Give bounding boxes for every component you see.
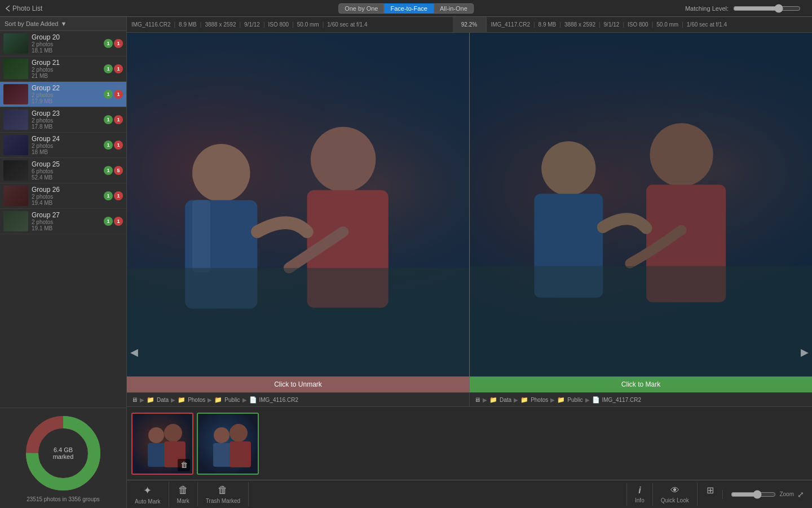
right-path-data: Data <box>500 397 511 403</box>
sort-label: Sort by Date Added <box>5 20 58 27</box>
left-size: 8.9 MB <box>179 21 197 28</box>
group-name-g21: Group 21 <box>32 59 100 67</box>
mark-icon: 🗑 <box>178 484 188 496</box>
matching-level-slider[interactable] <box>733 4 801 13</box>
right-iso: ISO 800 <box>628 21 648 28</box>
left-folder2-icon: 📁 <box>178 396 186 404</box>
group-item-g21[interactable]: Group 21 2 photos 21 MB 1 1 <box>0 56 126 82</box>
back-label: Photo List <box>12 5 42 12</box>
left-iso: ISO 800 <box>268 21 289 28</box>
mark-button[interactable]: 🗑 Mark <box>169 482 198 506</box>
view-mode-selector: One by One Face-to-Face All-in-One <box>338 3 474 14</box>
left-arrow-indicator: ◀ <box>130 346 138 358</box>
grid-view-button[interactable]: ⊞ grid <box>697 483 723 506</box>
trash-marked-label: Trash Marked <box>206 498 240 504</box>
right-size: 8.9 MB <box>539 21 557 28</box>
group-item-g23[interactable]: Group 23 2 photos 17.8 MB 1 1 <box>0 107 126 133</box>
left-path-photos: Photos <box>188 397 205 403</box>
badge-green-g25: 1 <box>104 166 113 175</box>
badge-green-g24: 1 <box>104 141 113 150</box>
right-path-photos: Photos <box>531 397 548 403</box>
group-size-g26: 19.4 MB <box>32 200 100 206</box>
badge-green-g23: 1 <box>104 115 113 124</box>
left-compare-pane: ◀ Click to Unmark <box>127 33 469 392</box>
badge-red-g27: 1 <box>114 217 123 226</box>
right-date: 9/1/12 <box>604 21 620 28</box>
quick-look-label: Quick Look <box>661 497 689 503</box>
group-photos-g22: 2 photos <box>32 92 100 98</box>
bottom-toolbar: ✦ Auto Mark 🗑 Mark 🗑 Trash Marked i Info <box>127 480 812 508</box>
info-bar: IMG_4116.CR2 | 8.9 MB | 3888 x 2592 | 9/… <box>127 17 812 33</box>
group-photos-g25: 6 photos <box>32 168 100 174</box>
left-image-wrapper[interactable]: ◀ <box>127 33 469 376</box>
group-name-g27: Group 27 <box>32 211 100 219</box>
left-photo <box>127 33 469 376</box>
zoom-slider[interactable] <box>731 490 776 499</box>
back-button[interactable]: Photo List <box>0 5 48 12</box>
match-percentage: 92.2% <box>453 17 487 32</box>
right-file-icon: 📄 <box>592 396 600 404</box>
view-mode-face-to-face[interactable]: Face-to-Face <box>385 3 434 14</box>
right-path-public: Public <box>567 397 582 403</box>
group-name-g25: Group 25 <box>32 160 100 168</box>
badge-green-g21: 1 <box>104 64 113 73</box>
group-list: Group 20 2 photos 18.1 MB 1 1 Group 21 2… <box>0 31 126 408</box>
donut-label: 6.4 GB marked <box>53 446 74 460</box>
group-photos-g20: 2 photos <box>32 41 100 47</box>
left-path-data: Data <box>157 397 169 403</box>
group-item-g24[interactable]: Group 24 2 photos 18 MB 1 1 <box>0 133 126 158</box>
click-to-mark[interactable]: Click to Mark <box>470 376 812 392</box>
badge-red-g24: 1 <box>114 141 123 150</box>
quick-look-icon: 👁 <box>670 485 679 496</box>
group-thumb-g23 <box>3 110 28 130</box>
group-item-g27[interactable]: Group 27 2 photos 19.1 MB 1 1 <box>0 209 126 234</box>
badge-red-g23: 1 <box>114 115 123 124</box>
sidebar-bottom: 6.4 GB marked 23515 photos in 3356 group… <box>0 408 126 508</box>
view-mode-all-in-one[interactable]: All-in-One <box>434 3 474 14</box>
sort-bar[interactable]: Sort by Date Added ▼ <box>0 17 126 31</box>
group-photos-g21: 2 photos <box>32 67 100 73</box>
donut-chart: 6.4 GB marked <box>24 414 103 493</box>
svg-rect-21 <box>470 33 812 376</box>
click-to-unmark[interactable]: Click to Unmark <box>127 376 469 392</box>
right-filename: IMG_4117.CR2 <box>491 21 530 28</box>
filmstrip-thumb-1[interactable]: 🗑 <box>131 413 193 475</box>
compare-area: ◀ Click to Unmark <box>127 33 812 392</box>
view-mode-one-by-one[interactable]: One by One <box>338 3 384 14</box>
right-photo <box>470 33 812 376</box>
right-path-hdd-icon: 🖥 <box>474 396 480 403</box>
trash-marked-button[interactable]: 🗑 Trash Marked <box>198 482 249 506</box>
donut-marked: marked <box>53 453 74 460</box>
group-item-g25[interactable]: Group 25 6 photos 52.4 MB 1 5 <box>0 158 126 183</box>
group-thumb-g21 <box>3 59 28 79</box>
toolbar-left: ✦ Auto Mark 🗑 Mark 🗑 Trash Marked <box>127 482 249 507</box>
right-lens: 50.0 mm <box>656 21 678 28</box>
right-folder1-icon: 📁 <box>489 396 497 404</box>
top-bar: Photo List One by One Face-to-Face All-i… <box>0 0 812 17</box>
group-photos-g23: 2 photos <box>32 117 100 124</box>
badge-red-g25: 5 <box>114 166 123 175</box>
group-size-g24: 18 MB <box>32 149 100 155</box>
badge-green-g27: 1 <box>104 217 113 226</box>
info-button[interactable]: i Info <box>626 483 652 506</box>
group-name-g26: Group 26 <box>32 186 100 194</box>
right-compare-pane: ▶ Click to Mark <box>469 33 812 392</box>
group-photos-g24: 2 photos <box>32 143 100 149</box>
group-size-g21: 21 MB <box>32 73 100 79</box>
group-item-g26[interactable]: Group 26 2 photos 19.4 MB 1 1 <box>0 183 126 209</box>
group-thumb-g26 <box>3 186 28 206</box>
group-thumb-g22 <box>3 84 28 104</box>
right-panel: IMG_4116.CR2 | 8.9 MB | 3888 x 2592 | 9/… <box>127 17 812 508</box>
filmstrip-thumb-2[interactable] <box>197 413 259 475</box>
auto-mark-button[interactable]: ✦ Auto Mark <box>127 482 169 507</box>
badge-red-g21: 1 <box>114 64 123 73</box>
left-path-bar: 🖥 ▶ 📁 Data ▶ 📁 Photos ▶ 📁 Public ▶ 📄 IMG… <box>127 393 470 406</box>
group-item-g22[interactable]: Group 22 2 photos 17.9 MB 1 1 <box>0 82 126 107</box>
right-image-wrapper[interactable]: ▶ <box>470 33 812 376</box>
group-item-g20[interactable]: Group 20 2 photos 18.1 MB 1 1 <box>0 31 126 56</box>
quick-look-button[interactable]: 👁 Quick Look <box>652 483 697 506</box>
trash-icon-thumb1: 🗑 <box>178 459 190 471</box>
group-size-g23: 17.8 MB <box>32 124 100 130</box>
sort-arrow: ▼ <box>60 20 67 27</box>
left-path-file: IMG_4116.CR2 <box>259 397 298 403</box>
